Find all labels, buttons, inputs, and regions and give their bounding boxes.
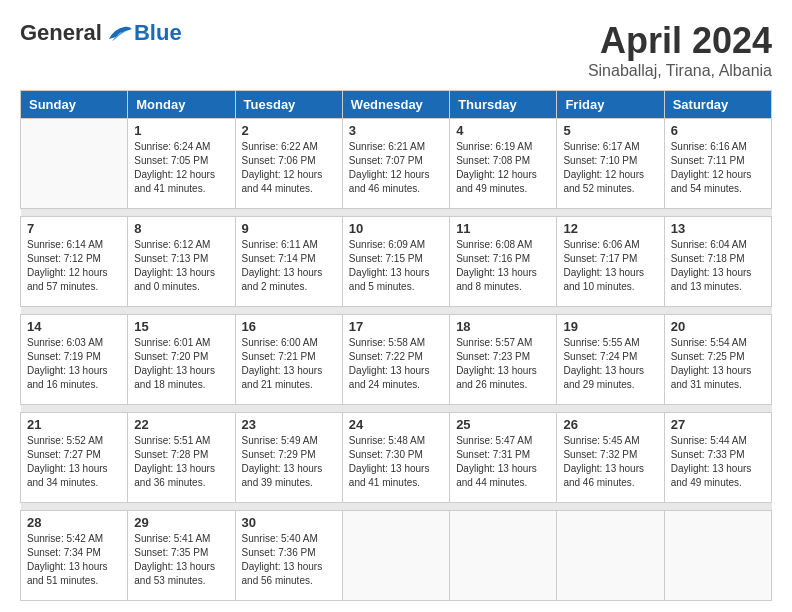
day-info: Sunrise: 5:44 AMSunset: 7:33 PMDaylight:…: [671, 435, 752, 488]
day-number: 9: [242, 221, 336, 236]
day-number: 23: [242, 417, 336, 432]
day-info: Sunrise: 5:54 AMSunset: 7:25 PMDaylight:…: [671, 337, 752, 390]
calendar-day-cell: [557, 511, 664, 601]
calendar-day-cell: 28 Sunrise: 5:42 AMSunset: 7:34 PMDaylig…: [21, 511, 128, 601]
calendar-day-cell: 8 Sunrise: 6:12 AMSunset: 7:13 PMDayligh…: [128, 217, 235, 307]
calendar-day-cell: 21 Sunrise: 5:52 AMSunset: 7:27 PMDaylig…: [21, 413, 128, 503]
day-number: 27: [671, 417, 765, 432]
calendar-week-row: 1 Sunrise: 6:24 AMSunset: 7:05 PMDayligh…: [21, 119, 772, 209]
day-info: Sunrise: 6:09 AMSunset: 7:15 PMDaylight:…: [349, 239, 430, 292]
day-info: Sunrise: 5:47 AMSunset: 7:31 PMDaylight:…: [456, 435, 537, 488]
day-info: Sunrise: 6:03 AMSunset: 7:19 PMDaylight:…: [27, 337, 108, 390]
row-separator: [21, 209, 772, 217]
calendar-day-cell: 9 Sunrise: 6:11 AMSunset: 7:14 PMDayligh…: [235, 217, 342, 307]
day-info: Sunrise: 5:48 AMSunset: 7:30 PMDaylight:…: [349, 435, 430, 488]
day-number: 5: [563, 123, 657, 138]
calendar-week-row: 28 Sunrise: 5:42 AMSunset: 7:34 PMDaylig…: [21, 511, 772, 601]
calendar-day-cell: 16 Sunrise: 6:00 AMSunset: 7:21 PMDaylig…: [235, 315, 342, 405]
weekday-header: Tuesday: [235, 91, 342, 119]
calendar-day-cell: 23 Sunrise: 5:49 AMSunset: 7:29 PMDaylig…: [235, 413, 342, 503]
calendar-day-cell: 6 Sunrise: 6:16 AMSunset: 7:11 PMDayligh…: [664, 119, 771, 209]
day-info: Sunrise: 6:14 AMSunset: 7:12 PMDaylight:…: [27, 239, 108, 292]
day-number: 11: [456, 221, 550, 236]
day-number: 20: [671, 319, 765, 334]
calendar-day-cell: 12 Sunrise: 6:06 AMSunset: 7:17 PMDaylig…: [557, 217, 664, 307]
calendar-day-cell: 20 Sunrise: 5:54 AMSunset: 7:25 PMDaylig…: [664, 315, 771, 405]
calendar-day-cell: 11 Sunrise: 6:08 AMSunset: 7:16 PMDaylig…: [450, 217, 557, 307]
calendar-day-cell: 5 Sunrise: 6:17 AMSunset: 7:10 PMDayligh…: [557, 119, 664, 209]
calendar-day-cell: 22 Sunrise: 5:51 AMSunset: 7:28 PMDaylig…: [128, 413, 235, 503]
calendar-week-row: 21 Sunrise: 5:52 AMSunset: 7:27 PMDaylig…: [21, 413, 772, 503]
day-number: 18: [456, 319, 550, 334]
day-number: 8: [134, 221, 228, 236]
weekday-header: Wednesday: [342, 91, 449, 119]
day-number: 26: [563, 417, 657, 432]
day-info: Sunrise: 6:00 AMSunset: 7:21 PMDaylight:…: [242, 337, 323, 390]
calendar-day-cell: [664, 511, 771, 601]
day-info: Sunrise: 5:55 AMSunset: 7:24 PMDaylight:…: [563, 337, 644, 390]
day-number: 30: [242, 515, 336, 530]
calendar-day-cell: 27 Sunrise: 5:44 AMSunset: 7:33 PMDaylig…: [664, 413, 771, 503]
weekday-header: Thursday: [450, 91, 557, 119]
calendar-table: SundayMondayTuesdayWednesdayThursdayFrid…: [20, 90, 772, 601]
day-info: Sunrise: 6:24 AMSunset: 7:05 PMDaylight:…: [134, 141, 215, 194]
logo-general: General: [20, 20, 102, 46]
logo: General Blue: [20, 20, 182, 46]
day-info: Sunrise: 6:01 AMSunset: 7:20 PMDaylight:…: [134, 337, 215, 390]
day-info: Sunrise: 5:49 AMSunset: 7:29 PMDaylight:…: [242, 435, 323, 488]
calendar-day-cell: 13 Sunrise: 6:04 AMSunset: 7:18 PMDaylig…: [664, 217, 771, 307]
calendar-day-cell: 25 Sunrise: 5:47 AMSunset: 7:31 PMDaylig…: [450, 413, 557, 503]
day-number: 12: [563, 221, 657, 236]
day-info: Sunrise: 5:51 AMSunset: 7:28 PMDaylight:…: [134, 435, 215, 488]
calendar-day-cell: 26 Sunrise: 5:45 AMSunset: 7:32 PMDaylig…: [557, 413, 664, 503]
day-number: 24: [349, 417, 443, 432]
day-number: 19: [563, 319, 657, 334]
day-number: 28: [27, 515, 121, 530]
day-info: Sunrise: 6:12 AMSunset: 7:13 PMDaylight:…: [134, 239, 215, 292]
title-section: April 2024 Sinaballaj, Tirana, Albania: [588, 20, 772, 80]
calendar-day-cell: 1 Sunrise: 6:24 AMSunset: 7:05 PMDayligh…: [128, 119, 235, 209]
day-number: 22: [134, 417, 228, 432]
calendar-day-cell: [450, 511, 557, 601]
row-separator: [21, 503, 772, 511]
day-info: Sunrise: 6:11 AMSunset: 7:14 PMDaylight:…: [242, 239, 323, 292]
calendar-day-cell: 29 Sunrise: 5:41 AMSunset: 7:35 PMDaylig…: [128, 511, 235, 601]
day-info: Sunrise: 6:04 AMSunset: 7:18 PMDaylight:…: [671, 239, 752, 292]
day-info: Sunrise: 6:19 AMSunset: 7:08 PMDaylight:…: [456, 141, 537, 194]
day-number: 21: [27, 417, 121, 432]
weekday-header: Saturday: [664, 91, 771, 119]
day-number: 15: [134, 319, 228, 334]
calendar-day-cell: 7 Sunrise: 6:14 AMSunset: 7:12 PMDayligh…: [21, 217, 128, 307]
calendar-day-cell: 19 Sunrise: 5:55 AMSunset: 7:24 PMDaylig…: [557, 315, 664, 405]
calendar-day-cell: [21, 119, 128, 209]
day-number: 13: [671, 221, 765, 236]
calendar-day-cell: 2 Sunrise: 6:22 AMSunset: 7:06 PMDayligh…: [235, 119, 342, 209]
calendar-day-cell: 17 Sunrise: 5:58 AMSunset: 7:22 PMDaylig…: [342, 315, 449, 405]
row-separator: [21, 405, 772, 413]
day-number: 1: [134, 123, 228, 138]
day-number: 7: [27, 221, 121, 236]
day-number: 17: [349, 319, 443, 334]
day-number: 14: [27, 319, 121, 334]
calendar-week-row: 7 Sunrise: 6:14 AMSunset: 7:12 PMDayligh…: [21, 217, 772, 307]
day-info: Sunrise: 5:40 AMSunset: 7:36 PMDaylight:…: [242, 533, 323, 586]
day-number: 29: [134, 515, 228, 530]
calendar-day-cell: [342, 511, 449, 601]
weekday-header: Sunday: [21, 91, 128, 119]
location: Sinaballaj, Tirana, Albania: [588, 62, 772, 80]
calendar-day-cell: 14 Sunrise: 6:03 AMSunset: 7:19 PMDaylig…: [21, 315, 128, 405]
calendar-day-cell: 10 Sunrise: 6:09 AMSunset: 7:15 PMDaylig…: [342, 217, 449, 307]
day-info: Sunrise: 6:16 AMSunset: 7:11 PMDaylight:…: [671, 141, 752, 194]
calendar-week-row: 14 Sunrise: 6:03 AMSunset: 7:19 PMDaylig…: [21, 315, 772, 405]
day-number: 3: [349, 123, 443, 138]
month-title: April 2024: [588, 20, 772, 62]
day-number: 16: [242, 319, 336, 334]
day-number: 10: [349, 221, 443, 236]
calendar-day-cell: 24 Sunrise: 5:48 AMSunset: 7:30 PMDaylig…: [342, 413, 449, 503]
day-info: Sunrise: 5:52 AMSunset: 7:27 PMDaylight:…: [27, 435, 108, 488]
day-info: Sunrise: 6:22 AMSunset: 7:06 PMDaylight:…: [242, 141, 323, 194]
calendar-day-cell: 3 Sunrise: 6:21 AMSunset: 7:07 PMDayligh…: [342, 119, 449, 209]
day-info: Sunrise: 6:17 AMSunset: 7:10 PMDaylight:…: [563, 141, 644, 194]
logo-bird-icon: [104, 21, 134, 45]
day-number: 25: [456, 417, 550, 432]
